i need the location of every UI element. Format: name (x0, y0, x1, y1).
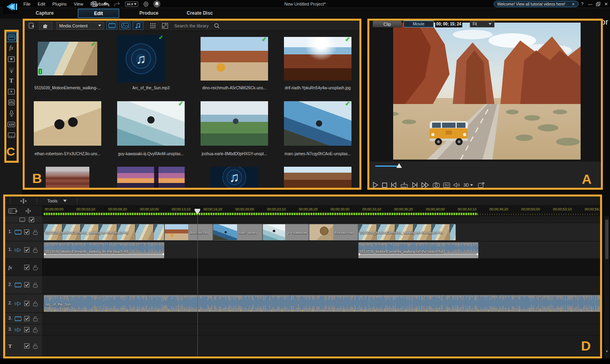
filter-music-icon[interactable] (133, 21, 143, 30)
library-item-thumbnail[interactable] (46, 167, 89, 188)
library-item-thumbnail[interactable] (284, 101, 351, 146)
sidebar-title-room[interactable]: T (6, 76, 17, 86)
video-clip[interactable]: thomas-mar (309, 224, 358, 241)
library-item-thumbnail[interactable] (284, 37, 351, 81)
filter-photo-icon[interactable] (120, 21, 130, 30)
stop-button[interactable] (382, 181, 387, 189)
clip-mode-button[interactable]: Clip (373, 21, 402, 27)
sidebar-voice-over-room[interactable] (6, 109, 17, 118)
zoom-fit-dropdown[interactable]: Fit (470, 21, 494, 27)
search-icon[interactable] (214, 23, 220, 29)
seek-thumb[interactable] (396, 163, 402, 168)
library-item-thumbnail[interactable] (284, 167, 351, 188)
snapshot-camera-button[interactable] (433, 181, 440, 189)
media-content-dropdown[interactable]: Media Content (56, 22, 104, 30)
volume-button[interactable] (454, 181, 460, 189)
sidebar-transition-room[interactable] (6, 87, 17, 96)
split-clip-icon[interactable] (15, 197, 32, 204)
help-button[interactable]: ? (579, 1, 585, 7)
track-header-3[interactable]: 3. (5, 324, 42, 335)
sidebar-media-room[interactable] (6, 33, 17, 42)
playhead-marker-triangle[interactable] (195, 210, 200, 215)
timeline-ruler[interactable]: 00;00;00;0000;00;03;1000;00;06;2000;00;1… (43, 206, 600, 216)
library-item-thumbnail[interactable] (201, 101, 268, 146)
sidebar-chapter-room[interactable]: 123 (6, 119, 17, 129)
track-header-1[interactable]: 1. (5, 241, 42, 259)
track-lane-fx[interactable] (42, 259, 600, 276)
track-header-2[interactable]: 2. (5, 276, 42, 294)
track-lane-3[interactable] (42, 324, 600, 335)
timeline-scrollbar-thumb[interactable] (605, 220, 608, 259)
track-header-1[interactable]: 1. (5, 223, 42, 241)
video-clip[interactable]: dino-reichm (164, 224, 213, 241)
track-enable-checkbox[interactable] (24, 282, 29, 287)
track-lock-icon[interactable] (33, 301, 38, 306)
preview-quality-button[interactable] (443, 181, 450, 189)
import-media-icon[interactable] (27, 22, 37, 30)
library-item-thumbnail[interactable] (117, 101, 185, 146)
restore-button[interactable] (595, 1, 601, 7)
tab-edit[interactable]: Edit (78, 9, 119, 18)
track-enable-checkbox[interactable] (24, 316, 29, 321)
timecode-display[interactable]: 00; 00; 15; 24 (435, 21, 462, 27)
library-item-thumbnail[interactable] (34, 101, 101, 146)
volume-keyframe-dot[interactable] (477, 253, 479, 255)
track-enable-checkbox[interactable] (24, 265, 29, 270)
track-enable-checkbox[interactable] (29, 217, 34, 222)
audio-clip[interactable]: 5515039_MotionElements_walking-on-the-be… (358, 242, 479, 258)
tab-produce[interactable]: Produce (131, 8, 167, 19)
welcome-banner-close-icon[interactable]: ✕ (572, 2, 575, 6)
movie-mode-button[interactable]: Movie (403, 21, 434, 27)
timeline-scrollbar[interactable]: ▼ (604, 216, 609, 358)
sidebar-particle-room[interactable] (6, 65, 17, 75)
range-select-icon[interactable] (23, 208, 33, 215)
volume-rubber-band[interactable] (359, 254, 478, 258)
sidebar-audio-mixing-room[interactable] (6, 98, 17, 107)
next-frame-button[interactable] (411, 181, 418, 189)
volume-keyframe-dot[interactable] (44, 253, 46, 255)
sidebar-effect-room[interactable]: fx (6, 43, 17, 53)
video-clip[interactable]: guy-kawasak (263, 224, 309, 241)
welcome-banner[interactable]: Welcome! View all tutorial videos here! … (494, 1, 579, 7)
volume-keyframe-dot[interactable] (162, 253, 164, 255)
scrollbar-down-arrow[interactable]: ▼ (605, 350, 608, 353)
track-header-3[interactable]: 3. (5, 313, 42, 324)
playhead-line[interactable] (197, 211, 198, 356)
tab-capture[interactable]: Capture (24, 8, 66, 19)
track-lock-icon[interactable] (33, 327, 38, 333)
library-item-thumbnail[interactable]: ♫ (210, 167, 258, 188)
track-lock-icon[interactable] (33, 229, 38, 235)
track-lock-icon[interactable] (33, 316, 38, 322)
track-manager-icon[interactable] (8, 208, 18, 215)
sidebar-pip-objects-room[interactable] (6, 54, 17, 64)
track-enable-checkbox[interactable] (24, 229, 29, 235)
library-item-thumbnail[interactable] (201, 37, 268, 81)
track-enable-checkbox[interactable] (24, 327, 29, 332)
track-lock-icon[interactable] (33, 265, 38, 270)
3d-mode-button[interactable]: 3D (463, 183, 473, 187)
sidebar-subtitle-room[interactable] (6, 131, 17, 140)
video-clip[interactable]: 5515039_MotionElements_walking-on-the-be… (44, 224, 164, 241)
track-header-T[interactable]: T (5, 335, 42, 356)
search-input[interactable] (174, 23, 214, 28)
library-item-thumbnail[interactable] (117, 167, 185, 188)
track-lock-icon[interactable] (33, 282, 38, 288)
previous-frame-button[interactable] (391, 181, 397, 189)
track-lane-marker[interactable] (42, 216, 600, 223)
library-item-thumbnail[interactable]: ♫ (117, 35, 165, 83)
track-lane-3[interactable] (42, 313, 600, 324)
track-lock-icon[interactable] (33, 343, 38, 349)
video-clip[interactable]: 5515039_MotionElements_walking-on-the-be… (358, 224, 456, 241)
tools-dropdown[interactable]: Tools (42, 198, 72, 203)
track-lock-icon[interactable] (33, 247, 38, 253)
library-item-thumbnail[interactable] (38, 42, 97, 75)
audio-clip[interactable]: 5515039_MotionElements_walking-on-the-be… (44, 242, 164, 258)
tab-create-disc[interactable]: Create Disc (178, 8, 222, 19)
filter-video-icon[interactable] (106, 21, 117, 30)
track-enable-checkbox[interactable] (24, 247, 29, 252)
fast-forward-button[interactable] (421, 181, 429, 189)
play-button[interactable] (373, 181, 378, 189)
minimize-button[interactable]: — (587, 1, 593, 7)
plugin-icon[interactable] (39, 22, 52, 30)
track-enable-checkbox[interactable] (24, 301, 29, 306)
